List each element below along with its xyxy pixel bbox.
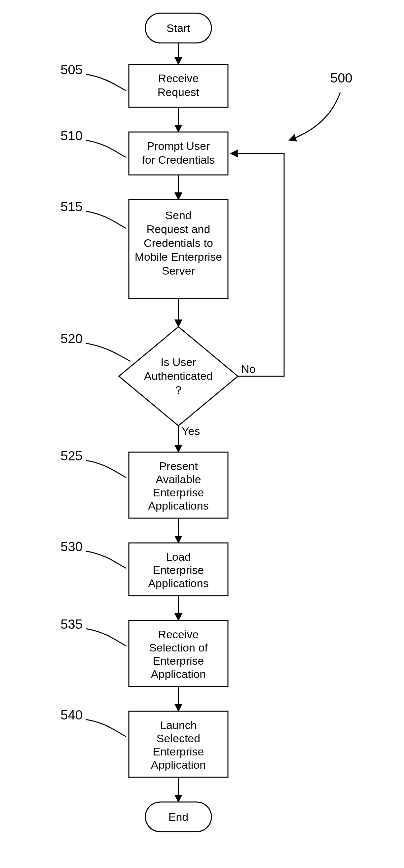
leader-535 — [86, 629, 126, 646]
node-540-text1: Launch — [160, 719, 197, 732]
node-515-text4: Mobile Enterprise — [135, 250, 222, 263]
node-520-text3: ? — [175, 383, 182, 396]
start-label: Start — [167, 22, 190, 34]
node-505-text1: Receive — [158, 72, 199, 85]
node-530-text3: Applications — [148, 577, 208, 589]
ref-530: 530 — [60, 539, 83, 554]
node-510-text2: for Credentials — [142, 153, 215, 166]
node-540-text3: Enterprise — [153, 745, 204, 758]
node-525-text2: Available — [155, 473, 201, 486]
flowchart: Start Receive Request 505 Prompt User fo… — [0, 0, 404, 868]
node-530-text1: Load — [166, 551, 191, 563]
ref-505: 505 — [60, 62, 83, 77]
node-535-text3: Enterprise — [153, 654, 204, 667]
ref-figure: 500 — [330, 71, 352, 85]
node-515-text5: Server — [162, 265, 195, 277]
ref-520: 520 — [60, 331, 83, 346]
node-510-text1: Prompt User — [147, 140, 210, 152]
node-525-text3: Enterprise — [153, 486, 204, 499]
node-525-text4: Applications — [148, 499, 208, 512]
leader-525 — [86, 460, 126, 477]
node-535-text1: Receive — [158, 628, 199, 641]
node-515-text1: Send — [165, 209, 191, 221]
ref-515: 515 — [60, 199, 83, 214]
ref-510: 510 — [60, 128, 83, 143]
node-530-text2: Enterprise — [153, 564, 204, 576]
leader-505 — [86, 74, 126, 91]
edge-no — [231, 153, 284, 376]
leader-530 — [86, 551, 126, 568]
node-540-text4: Application — [151, 758, 206, 771]
node-535-text4: Application — [151, 668, 206, 680]
node-515-text3: Credentials to — [144, 237, 213, 249]
leader-figure — [289, 92, 340, 140]
ref-540: 540 — [60, 708, 83, 722]
node-535-text2: Selection of — [149, 641, 208, 654]
edge-no-label: No — [241, 363, 255, 375]
end-label: End — [169, 811, 189, 823]
edge-yes-label: Yes — [182, 425, 200, 437]
leader-515 — [86, 211, 126, 228]
ref-525: 525 — [60, 448, 83, 463]
leader-510 — [86, 140, 126, 157]
leader-540 — [86, 719, 126, 737]
ref-535: 535 — [60, 617, 83, 631]
node-505-text2: Request — [157, 86, 200, 98]
node-520-text1: Is User — [161, 356, 196, 368]
node-540-text2: Selected — [156, 732, 200, 745]
node-520-text2: Authenticated — [144, 370, 213, 382]
node-525-text1: Present — [159, 460, 198, 472]
leader-520 — [86, 343, 131, 362]
node-515-text2: Request and — [147, 223, 210, 235]
